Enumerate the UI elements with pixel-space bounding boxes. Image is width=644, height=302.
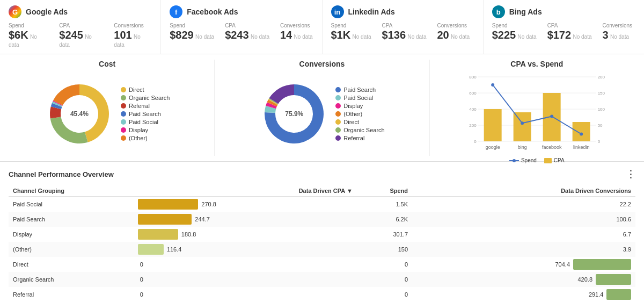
cpa-bar (138, 244, 164, 255)
ad-card-title-google: Google Ads (26, 8, 68, 16)
cell-conversions-6: 291.4 (412, 287, 635, 302)
ad-metric-nodata-facebook-0: No data (195, 34, 214, 40)
svg-rect-15 (484, 109, 501, 141)
legend-item: (Other) (335, 111, 384, 117)
conv-bar-wrap: 704.4 (416, 259, 631, 270)
ad-metric-value-facebook-0: $829 (170, 29, 194, 41)
cpa-legend-item: CPA (544, 157, 565, 163)
cpa-bar (138, 229, 178, 240)
legend-dot (121, 103, 126, 109)
col-header-cpa[interactable]: Data Driven CPA ▼ (134, 185, 357, 197)
legend-dot (121, 111, 126, 117)
svg-point-28 (513, 159, 516, 162)
legend-item: Organic Search (335, 127, 384, 133)
ad-metric-nodata-linkedin-0: No data (353, 34, 371, 40)
ad-metric-nodata-bing-2: No data (610, 34, 629, 40)
cpa-value: 116.4 (167, 246, 182, 253)
cell-cpa-0: 270.8 (134, 197, 357, 212)
ad-metric-value-linkedin-1: $136 (382, 29, 406, 41)
svg-text:0: 0 (474, 139, 477, 144)
cpa-chart: CPA vs. Spend 0200400600800050100150200g… (430, 60, 644, 156)
legend-item: Referral (335, 135, 384, 141)
cpa-value: 244.7 (195, 216, 210, 222)
ad-metric-label-bing-1: CPA (547, 23, 592, 28)
cell-spend-4: 0 (357, 257, 412, 272)
svg-text:200: 200 (469, 123, 477, 128)
cpa-value: 0 (140, 291, 143, 298)
conv-value: 6.7 (623, 231, 631, 238)
performance-table: Channel GroupingData Driven CPA ▼SpendDa… (9, 185, 635, 302)
ad-metric-nodata-facebook-2: No data (294, 34, 313, 40)
cell-cpa-6: 0 (134, 287, 357, 302)
ad-metric-google-1: CPA $245 No data (59, 23, 103, 48)
cell-conversions-0: 22.2 (412, 197, 635, 212)
legend-label: (Other) (343, 111, 362, 117)
ad-card-header-facebook: f Facebook Ads (170, 5, 313, 18)
ad-metric-label-google-0: Spend (9, 23, 48, 28)
svg-text:bing: bing (517, 145, 526, 150)
svg-text:600: 600 (469, 91, 477, 96)
cpa-bar-wrap: 270.8 (138, 199, 353, 210)
cpa-legend-label: CPA (554, 157, 565, 163)
ad-metric-value-google-2: 101 (114, 29, 131, 41)
ad-logo-bing: b (492, 5, 505, 18)
conversions-donut-label: 75.9% (285, 110, 303, 118)
ad-metrics-facebook: Spend $829 No data CPA $243 No data Conv… (170, 23, 313, 41)
cell-channel-6: Referral (9, 287, 134, 302)
svg-text:150: 150 (597, 91, 605, 96)
ad-metric-nodata-facebook-1: No data (251, 34, 269, 40)
cell-channel-2: Display (9, 227, 134, 242)
ad-metric-value-google-0: $6K (9, 29, 28, 41)
cpa-chart-title: CPA vs. Spend (510, 60, 563, 68)
cpa-legend: SpendCPA (509, 157, 565, 163)
cell-conversions-5: 420.8 (412, 272, 635, 287)
ad-card-header-google: G Google Ads (9, 5, 152, 18)
cpa-value: 180.8 (181, 231, 196, 238)
svg-point-22 (580, 133, 583, 136)
ad-metric-nodata-linkedin-2: No data (451, 34, 470, 40)
svg-text:google: google (485, 145, 500, 150)
cell-conversions-1: 100.6 (412, 212, 635, 227)
svg-rect-16 (513, 112, 531, 141)
cell-spend-3: 150 (357, 242, 412, 257)
cell-channel-0: Paid Social (9, 197, 134, 212)
conv-value: 100.6 (616, 216, 631, 222)
ad-logo-facebook: f (170, 5, 182, 18)
svg-text:200: 200 (597, 75, 605, 80)
cell-channel-4: Direct (9, 257, 134, 272)
cell-cpa-5: 0 (134, 272, 357, 287)
conversions-chart-content: 75.9% Paid SearchPaid SocialDisplay(Othe… (220, 71, 423, 156)
ad-card-header-linkedin: in Linkedin Ads (331, 5, 474, 18)
ad-metric-label-google-1: CPA (59, 23, 103, 28)
legend-dot (335, 111, 341, 117)
cell-conversions-3: 3.9 (412, 242, 635, 257)
cell-spend-6: 0 (357, 287, 412, 302)
legend-label: Direct (343, 119, 359, 125)
ad-metrics-google: Spend $6K No data CPA $245 No data Conve… (9, 23, 152, 48)
ad-metric-label-bing-0: Spend (492, 23, 537, 28)
conv-bar-wrap: 420.8 (416, 274, 631, 285)
ad-metric-label-linkedin-2: Conversions (437, 23, 470, 28)
ad-metric-label-bing-2: Conversions (603, 23, 633, 28)
table-row: Display180.8301.76.7 (9, 227, 635, 242)
svg-rect-18 (572, 122, 590, 141)
cpa-legend-bar (544, 158, 552, 163)
legend-dot (121, 119, 126, 125)
svg-text:0: 0 (597, 139, 600, 144)
legend-label: (Other) (129, 135, 148, 141)
legend-label: Paid Search (129, 111, 161, 117)
conv-bar (573, 259, 631, 270)
conv-bar (606, 289, 631, 300)
legend-dot (335, 119, 341, 125)
table-more-button[interactable]: ⋮ (626, 168, 635, 180)
ad-metric-google-0: Spend $6K No data (9, 23, 48, 48)
ad-metric-linkedin-0: Spend $1K No data (331, 23, 371, 41)
performance-table-section: Channel Performance Overview ⋮ Channel G… (0, 162, 644, 302)
cell-cpa-3: 116.4 (134, 242, 357, 257)
table-row: Paid Social270.81.5K22.2 (9, 197, 635, 212)
table-row: Paid Search244.76.2K100.6 (9, 212, 635, 227)
legend-item: Direct (335, 119, 384, 125)
ad-metric-value-facebook-2: 14 (280, 29, 292, 41)
legend-item: Display (335, 103, 384, 109)
legend-dot (121, 135, 126, 141)
